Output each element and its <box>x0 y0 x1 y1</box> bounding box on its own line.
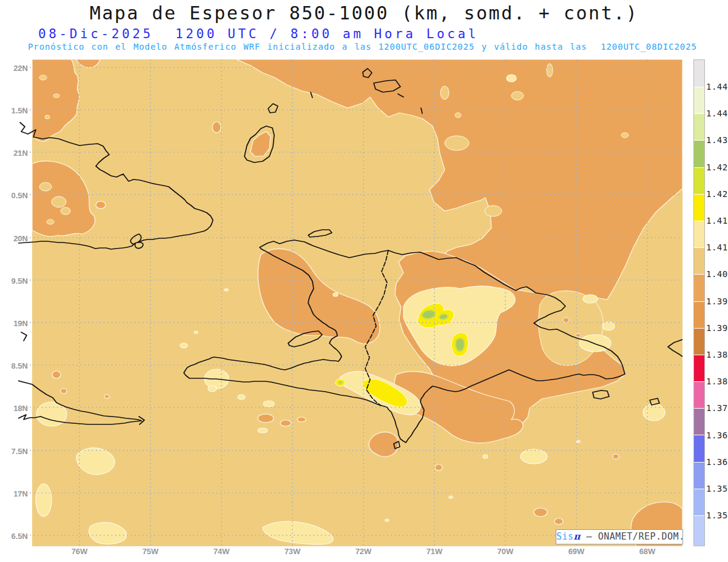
y-axis-label: 20N <box>2 233 28 244</box>
watermark-pi-icon: π <box>574 531 581 542</box>
orange-spot <box>61 389 67 393</box>
x-axis-label: 75W <box>136 546 164 557</box>
cream-speck <box>333 293 338 296</box>
colorbar-tick: 1.368 <box>706 430 728 441</box>
colorbar-segment <box>694 516 704 546</box>
orange-spot <box>534 508 547 517</box>
colorbar-tick: 1.356 <box>706 483 728 494</box>
cream-spot <box>507 75 516 82</box>
orange-spot <box>554 518 563 524</box>
cream-spot <box>579 335 611 352</box>
colorbar-segment <box>694 463 704 489</box>
colorbar-segment <box>694 329 704 355</box>
orange-spot <box>280 420 291 426</box>
orange-spot <box>297 417 306 422</box>
colorbar-tick: 1.398 <box>706 296 728 307</box>
watermark-text: – ONAMET/REP.DOM. <box>581 531 685 542</box>
cream-speck <box>258 428 268 433</box>
x-axis-label: 73W <box>278 546 306 557</box>
watermark-box: Sisπ – ONAMET/REP.DOM. <box>556 529 683 544</box>
colorbar-tick: 1.374 <box>706 403 728 413</box>
colorbar-tick: 1.392 <box>706 323 728 333</box>
orange-spot <box>435 464 442 470</box>
x-axis-label: 68W <box>633 546 661 557</box>
cream-spot <box>602 322 615 330</box>
green-peak <box>422 310 436 319</box>
orange-spot <box>212 122 221 133</box>
cream-speck <box>224 289 228 291</box>
cream-spot <box>521 449 547 464</box>
cream-speck <box>194 331 198 333</box>
cream-speck <box>449 496 453 498</box>
y-axis-label: 9.5N <box>2 276 28 287</box>
x-axis-label: 74W <box>207 546 235 557</box>
y-axis-label: 6.5N <box>2 531 28 542</box>
x-axis-label: 71W <box>420 546 448 557</box>
y-axis-label: 17N <box>2 489 28 500</box>
cream-speck <box>180 343 187 348</box>
colorbar-tick: 1.446 <box>706 81 728 92</box>
cream-spot <box>36 484 52 517</box>
run-time: 1200 UTC / 8:00 am Hora Local <box>175 27 479 41</box>
forecast-caption: Pronóstico con el Modelo Atmósferico WRF… <box>28 42 697 52</box>
colorbar-segment <box>694 302 704 329</box>
cream-speck <box>576 440 580 443</box>
weather-map-page: Mapa de Espesor 850-1000 (km, somd. + co… <box>0 0 728 562</box>
colorbar-tick: 1.434 <box>706 135 728 146</box>
colorbar-segment <box>694 141 704 167</box>
x-axis-label: 70W <box>491 546 519 557</box>
y-axis-label: 8.5N <box>2 361 28 372</box>
colorbar-tick: 1.416 <box>706 215 728 226</box>
cream-speck <box>263 401 274 407</box>
page-title: Mapa de Espesor 850-1000 (km, somd. + co… <box>0 2 728 24</box>
orange-spot <box>104 395 109 398</box>
colorbar-segment <box>694 248 704 275</box>
colorbar-segment <box>694 60 704 87</box>
y-axis-label: 7.5N <box>2 446 28 457</box>
green-peak <box>439 314 448 320</box>
cream-spot <box>643 404 665 421</box>
y-axis-label: 19N <box>2 318 28 329</box>
colorbar-segment <box>694 87 704 114</box>
orange-spot <box>96 201 106 209</box>
colorbar-segment <box>694 382 704 409</box>
y-axis-label: 18N <box>2 403 28 414</box>
colorbar-tick: 1.428 <box>706 162 728 173</box>
colorbar-segment <box>694 489 704 516</box>
colorbar-tick: 1.404 <box>706 269 728 279</box>
cream-speck <box>208 386 217 392</box>
colorbar-tick: 1.35 <box>706 510 728 521</box>
cream-speck <box>238 395 245 400</box>
y-axis-label: 1.5N <box>2 105 28 116</box>
map-canvas <box>18 59 682 547</box>
watermark-sis: Sis <box>556 531 574 542</box>
cream-speck <box>385 519 389 521</box>
colorbar-tick: 1.422 <box>706 189 728 199</box>
cream-spot <box>583 295 598 303</box>
y-axis-label: 21N <box>2 148 28 159</box>
colorbar-segment <box>694 409 704 435</box>
orange-spot <box>613 454 619 459</box>
x-axis-label: 69W <box>562 546 590 557</box>
colorbar-segment <box>694 355 704 382</box>
colorbar-segment <box>694 435 704 462</box>
colorbar-segment <box>694 114 704 141</box>
green-peak <box>455 338 464 352</box>
colorbar-tick: 1.38 <box>706 376 728 387</box>
x-axis-label: 76W <box>66 546 93 557</box>
y-axis-label: 0.5N <box>2 190 28 201</box>
green-dot <box>339 381 342 384</box>
run-date: 08-Dic-2025 <box>38 27 153 41</box>
colorbar-segment <box>694 275 704 301</box>
colorbar-tick: 1.44 <box>706 108 728 119</box>
orange-spot <box>52 371 61 378</box>
colorbar-tick: 1.41 <box>706 242 728 253</box>
x-axis-label: 72W <box>349 546 377 557</box>
y-axis-label: 22N <box>2 63 28 74</box>
colorbar-segment <box>694 168 704 195</box>
colorbar-segment <box>694 195 704 221</box>
cay-squiggle <box>21 332 27 341</box>
colorbar-tick: 1.362 <box>706 457 728 467</box>
cream-speck <box>483 455 488 458</box>
colorbar-tick: 1.386 <box>706 349 728 360</box>
